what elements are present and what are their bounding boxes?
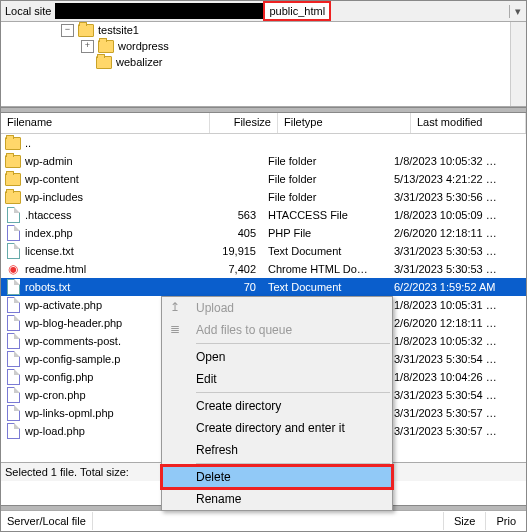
menu-item-upload: ↥Upload	[162, 297, 392, 319]
context-menu: ↥Upload≣Add files to queueOpenEditCreate…	[161, 296, 393, 511]
path-highlight-public-html[interactable]: public_html	[263, 1, 331, 21]
file-type: HTACCESS File	[262, 209, 388, 221]
menu-item-label: Create directory	[196, 399, 281, 413]
queue-icon: ≣	[170, 322, 186, 338]
file-modified: 5/13/2023 4:21:22 …	[388, 173, 526, 185]
col-server-local-file[interactable]: Server/Local file	[1, 512, 93, 530]
tree-item-label: webalizer	[116, 56, 162, 68]
folder-icon	[98, 40, 114, 53]
menu-item-delete[interactable]: Delete	[162, 466, 392, 488]
menu-item-create-directory-and-enter-it[interactable]: Create directory and enter it	[162, 417, 392, 439]
file-modified: 1/8/2023 10:05:32 …	[388, 155, 526, 167]
file-list-header: Filename Filesize Filetype Last modified	[1, 113, 526, 134]
file-size: 563	[201, 209, 262, 221]
file-name: wp-comments-post.	[25, 335, 121, 347]
menu-separator	[196, 463, 390, 464]
tree-item-testsite1[interactable]: −testsite1	[1, 22, 526, 38]
status-text: Selected 1 file. Total size:	[5, 466, 129, 478]
file-row[interactable]: .htaccess563HTACCESS File1/8/2023 10:05:…	[1, 206, 526, 224]
file-row[interactable]: wp-includesFile folder3/31/2023 5:30:56 …	[1, 188, 526, 206]
file-modified: 2/6/2020 12:18:11 …	[388, 227, 526, 239]
col-priority[interactable]: Prio	[485, 512, 526, 530]
menu-item-add-files-to-queue: ≣Add files to queue	[162, 319, 392, 341]
folder-icon	[5, 171, 21, 187]
file-name: license.txt	[25, 245, 74, 257]
file-icon	[5, 279, 21, 295]
file-row[interactable]: wp-contentFile folder5/13/2023 4:21:22 …	[1, 170, 526, 188]
file-modified: 3/31/2023 5:30:53 …	[388, 263, 526, 275]
menu-separator	[196, 343, 390, 344]
file-row[interactable]: ..	[1, 134, 526, 152]
col-size[interactable]: Size	[443, 512, 485, 530]
col-lastmodified[interactable]: Last modified	[411, 113, 526, 133]
transfer-queue-header: Server/Local file Size Prio	[1, 510, 526, 531]
file-row[interactable]: robots.txt70Text Document6/2/2023 1:59:5…	[1, 278, 526, 296]
file-type: File folder	[262, 191, 388, 203]
tree-item-webalizer[interactable]: webalizer	[1, 54, 526, 70]
file-name: wp-blog-header.php	[25, 317, 122, 329]
tree-item-wordpress[interactable]: +wordpress	[1, 38, 526, 54]
path-dropdown-icon[interactable]: ▾	[509, 5, 526, 18]
tree-item-label: testsite1	[98, 24, 139, 36]
tree-scrollbar[interactable]	[510, 22, 526, 106]
file-icon	[5, 387, 21, 403]
file-row[interactable]: index.php405PHP File2/6/2020 12:18:11 …	[1, 224, 526, 242]
menu-item-open[interactable]: Open	[162, 346, 392, 368]
file-name: wp-content	[25, 173, 79, 185]
file-modified: 6/2/2023 1:59:52 AM	[388, 281, 526, 293]
file-icon	[5, 405, 21, 421]
file-modified: 3/31/2023 5:30:54 …	[388, 353, 526, 365]
upload-icon: ↥	[170, 300, 186, 316]
menu-item-label: Add files to queue	[196, 323, 292, 337]
file-icon	[5, 207, 21, 223]
file-name: wp-includes	[25, 191, 83, 203]
tree-expand-icon[interactable]: +	[81, 40, 94, 53]
file-row[interactable]: ◉readme.html7,402Chrome HTML Do…3/31/202…	[1, 260, 526, 278]
file-size: 70	[201, 281, 262, 293]
col-filename[interactable]: Filename	[1, 113, 210, 133]
path-highlight-text: public_html	[269, 5, 325, 17]
folder-icon	[96, 56, 112, 69]
file-icon	[5, 333, 21, 349]
file-type: PHP File	[262, 227, 388, 239]
menu-item-label: Upload	[196, 301, 234, 315]
file-modified: 3/31/2023 5:30:53 …	[388, 245, 526, 257]
file-modified: 3/31/2023 5:30:57 …	[388, 407, 526, 419]
folder-tree[interactable]: −testsite1+wordpresswebalizer	[1, 22, 526, 107]
menu-item-edit[interactable]: Edit	[162, 368, 392, 390]
file-name: ..	[25, 137, 31, 149]
file-modified: 2/6/2020 12:18:11 …	[388, 317, 526, 329]
file-modified: 1/8/2023 10:05:09 …	[388, 209, 526, 221]
menu-item-label: Edit	[196, 372, 217, 386]
file-row[interactable]: license.txt19,915Text Document3/31/2023 …	[1, 242, 526, 260]
file-modified: 3/31/2023 5:30:57 …	[388, 425, 526, 437]
file-type: Text Document	[262, 245, 388, 257]
chrome-icon: ◉	[5, 261, 21, 277]
file-manager-window: Local site public_html ▾ −testsite1+word…	[0, 0, 527, 532]
file-name: wp-config.php	[25, 371, 94, 383]
file-name: wp-load.php	[25, 425, 85, 437]
file-icon	[5, 369, 21, 385]
file-name: wp-config-sample.p	[25, 353, 120, 365]
menu-item-rename[interactable]: Rename	[162, 488, 392, 510]
tree-item-label: wordpress	[118, 40, 169, 52]
file-type: Text Document	[262, 281, 388, 293]
menu-item-label: Refresh	[196, 443, 238, 457]
file-name: index.php	[25, 227, 73, 239]
menu-item-label: Delete	[196, 470, 231, 484]
menu-item-refresh[interactable]: Refresh	[162, 439, 392, 461]
menu-item-label: Create directory and enter it	[196, 421, 345, 435]
file-row[interactable]: wp-adminFile folder1/8/2023 10:05:32 …	[1, 152, 526, 170]
file-modified: 3/31/2023 5:30:54 …	[388, 389, 526, 401]
col-filesize[interactable]: Filesize	[210, 113, 278, 133]
file-size: 405	[201, 227, 262, 239]
col-filetype[interactable]: Filetype	[278, 113, 411, 133]
tree-expand-icon[interactable]: −	[61, 24, 74, 37]
file-icon	[5, 297, 21, 313]
menu-item-create-directory[interactable]: Create directory	[162, 395, 392, 417]
file-type: File folder	[262, 173, 388, 185]
file-type: Chrome HTML Do…	[262, 263, 388, 275]
file-name: robots.txt	[25, 281, 70, 293]
file-name: wp-activate.php	[25, 299, 102, 311]
folder-icon	[5, 153, 21, 169]
